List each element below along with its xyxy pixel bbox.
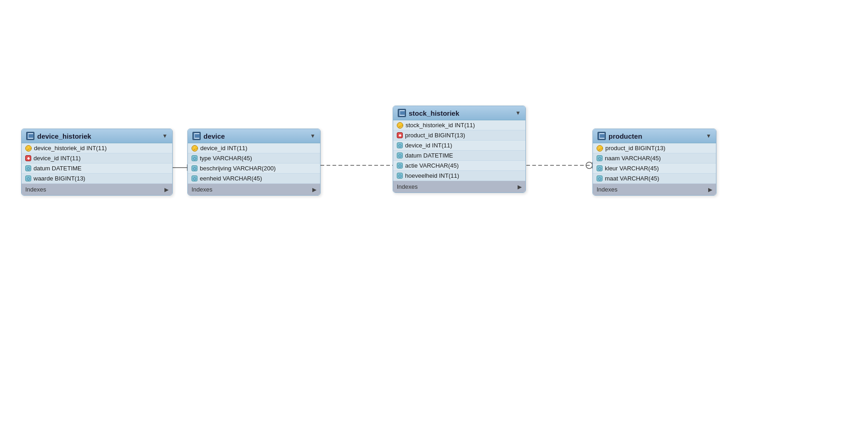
indexes-row-device-historiek[interactable]: Indexes ▶ — [22, 184, 172, 195]
field-name: device_id INT(11) — [405, 142, 452, 149]
table-producten: producten ▼ product_id BIGINT(13) naam V… — [592, 129, 716, 196]
table-row: device_id INT(11) — [22, 153, 172, 163]
table-row: device_id INT(11) — [188, 143, 320, 153]
indexes-label: Indexes — [397, 183, 515, 190]
fk-icon — [397, 132, 403, 138]
field-name: device_id INT(11) — [200, 145, 248, 152]
table-row: device_id INT(11) — [393, 141, 525, 151]
table-dropdown-device-historiek[interactable]: ▼ — [162, 133, 168, 139]
table-row: datum DATETIME — [393, 151, 525, 161]
table-body-producten: product_id BIGINT(13) naam VARCHAR(45) k… — [593, 143, 716, 184]
field-icon — [597, 155, 603, 161]
field-name: eenheid VARCHAR(45) — [200, 175, 262, 182]
table-row: type VARCHAR(45) — [188, 153, 320, 163]
table-icon-device — [192, 132, 201, 140]
field-name: product_id BIGINT(13) — [605, 145, 665, 152]
table-body-device-historiek: device_historiek_id INT(11) device_id IN… — [22, 143, 172, 184]
indexes-label: Indexes — [192, 186, 310, 193]
table-header-device-historiek: device_historiek ▼ — [22, 129, 172, 143]
field-icon — [25, 165, 31, 171]
field-icon — [397, 152, 403, 158]
field-icon — [397, 173, 403, 179]
field-name: datum DATETIME — [34, 165, 82, 172]
svg-point-13 — [586, 162, 592, 169]
table-row: beschrijving VARCHAR(200) — [188, 163, 320, 174]
indexes-expand-icon[interactable]: ▶ — [312, 186, 316, 193]
table-row: actie VARCHAR(45) — [393, 161, 525, 171]
table-row: device_historiek_id INT(11) — [22, 143, 172, 153]
table-stock-historiek: stock_historiek ▼ stock_historiek_id INT… — [393, 106, 526, 193]
table-row: eenheid VARCHAR(45) — [188, 174, 320, 184]
field-name: device_historiek_id INT(11) — [34, 145, 107, 152]
field-icon — [397, 163, 403, 169]
table-device: device ▼ device_id INT(11) type VARCHAR(… — [187, 129, 321, 196]
field-icon — [192, 165, 197, 171]
table-row: naam VARCHAR(45) — [593, 153, 716, 163]
table-row: datum DATETIME — [22, 163, 172, 174]
field-name: actie VARCHAR(45) — [405, 162, 459, 169]
indexes-expand-icon[interactable]: ▶ — [518, 184, 522, 190]
table-title-device-historiek: device_historiek — [37, 132, 159, 140]
table-row: stock_historiek_id INT(11) — [393, 120, 525, 130]
table-title-device: device — [203, 132, 307, 140]
field-icon — [192, 175, 197, 181]
table-body-device: device_id INT(11) type VARCHAR(45) besch… — [188, 143, 320, 184]
field-name: product_id BIGINT(13) — [405, 132, 465, 139]
fk-icon — [25, 155, 31, 161]
table-title-stock-historiek: stock_historiek — [409, 109, 513, 117]
field-name: stock_historiek_id INT(11) — [406, 122, 475, 129]
table-row: hoeveelheid INT(11) — [393, 171, 525, 181]
table-icon-producten — [597, 132, 606, 140]
field-name: datum DATETIME — [405, 152, 453, 159]
field-name: beschrijving VARCHAR(200) — [200, 165, 276, 172]
field-icon — [25, 175, 31, 181]
key-icon — [397, 122, 403, 129]
indexes-row-device[interactable]: Indexes ▶ — [188, 184, 320, 195]
field-icon — [597, 165, 603, 171]
field-name: naam VARCHAR(45) — [605, 155, 661, 162]
indexes-expand-icon[interactable]: ▶ — [164, 186, 169, 193]
table-icon-stock-historiek — [398, 109, 406, 117]
table-dropdown-stock-historiek[interactable]: ▼ — [515, 110, 521, 116]
indexes-row-stock-historiek[interactable]: Indexes ▶ — [393, 181, 525, 192]
table-dropdown-device[interactable]: ▼ — [310, 133, 316, 139]
connector-svg — [0, 0, 868, 434]
table-body-stock-historiek: stock_historiek_id INT(11) product_id BI… — [393, 120, 525, 181]
field-icon — [597, 175, 603, 181]
connector-d-sh — [315, 161, 400, 170]
field-name: waarde BIGINT(13) — [34, 175, 85, 182]
table-row: product_id BIGINT(13) — [593, 143, 716, 153]
table-row: product_id BIGINT(13) — [393, 130, 525, 141]
table-device-historiek: device_historiek ▼ device_historiek_id I… — [21, 129, 173, 196]
table-header-stock-historiek: stock_historiek ▼ — [393, 106, 525, 120]
indexes-expand-icon[interactable]: ▶ — [708, 186, 712, 193]
diagram-canvas: device_historiek ▼ device_historiek_id I… — [0, 0, 868, 434]
key-icon — [25, 145, 32, 152]
table-header-producten: producten ▼ — [593, 129, 716, 143]
table-row: maat VARCHAR(45) — [593, 174, 716, 184]
table-title-producten: producten — [609, 132, 703, 140]
field-icon — [397, 142, 403, 148]
field-name: hoeveelheid INT(11) — [405, 172, 459, 179]
key-icon — [192, 145, 198, 152]
table-dropdown-producten[interactable]: ▼ — [706, 133, 711, 139]
field-icon — [192, 155, 197, 161]
field-name: device_id INT(11) — [34, 155, 81, 162]
key-icon — [597, 145, 603, 152]
table-row: kleur VARCHAR(45) — [593, 163, 716, 174]
field-name: type VARCHAR(45) — [200, 155, 252, 162]
table-row: waarde BIGINT(13) — [22, 174, 172, 184]
field-name: kleur VARCHAR(45) — [605, 165, 659, 172]
indexes-row-producten[interactable]: Indexes ▶ — [593, 184, 716, 195]
field-name: maat VARCHAR(45) — [605, 175, 659, 182]
indexes-label: Indexes — [25, 186, 162, 193]
indexes-label: Indexes — [597, 186, 705, 193]
table-header-device: device ▼ — [188, 129, 320, 143]
table-icon-device-historiek — [26, 132, 34, 140]
